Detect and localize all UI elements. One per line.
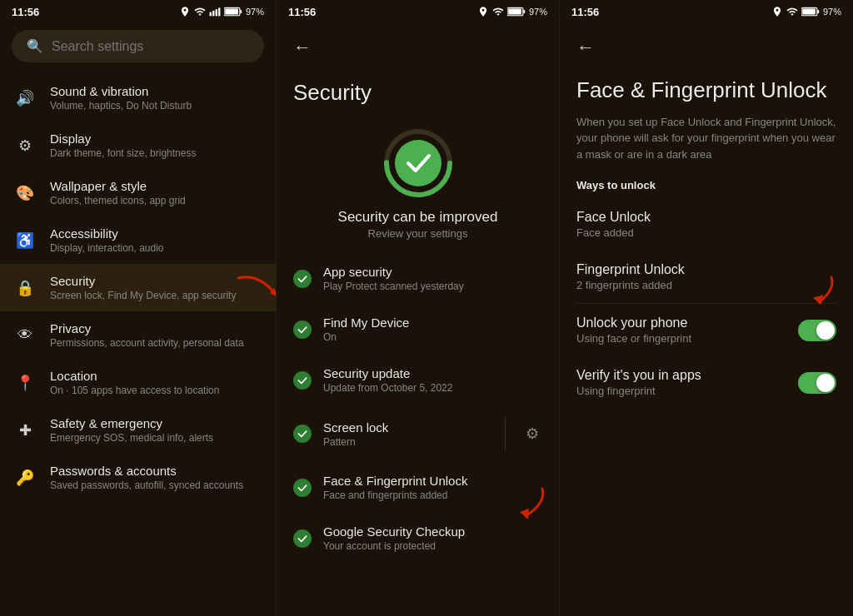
settings-item-subtitle-accessibility: Display, interaction, audio [50, 242, 262, 254]
face-unlock-item[interactable]: Face Unlock Face added [560, 198, 853, 251]
status-bar-middle: 11:56 97% [277, 0, 559, 23]
settings-item-title-sound: Sound & vibration [50, 84, 262, 98]
security-item-screen-lock[interactable]: Screen lockPattern⚙ [277, 405, 559, 462]
signal-icon [209, 6, 221, 17]
wifi-icon-r [786, 6, 798, 17]
wifi-icon [194, 6, 206, 17]
security-item-title-face-fingerprint: Face & Fingerprint Unlock [323, 474, 542, 488]
security-item-title-find-my-device: Find My Device [323, 315, 542, 330]
security-item-title-google-security: Google Security Checkup [323, 524, 542, 539]
settings-item-title-accessibility: Accessibility [50, 226, 262, 241]
settings-item-title-security: Security [50, 274, 262, 288]
check-security-update [293, 371, 312, 390]
accessibility-icon: ♿ [13, 229, 37, 252]
status-bar-right: 11:56 97% [560, 0, 853, 23]
security-item-app-security[interactable]: App securityPlay Protect scanned yesterd… [277, 253, 559, 304]
check-screen-lock [293, 425, 312, 443]
display-icon: ⚙ [13, 134, 37, 157]
check-find-my-device [293, 320, 312, 339]
security-item-subtitle-face-fingerprint: Face and fingerprints added [323, 489, 542, 501]
verify-apps-toggle-row[interactable]: Verify it's you in apps Using fingerprin… [560, 356, 853, 409]
fingerprint-unlock-item[interactable]: Fingerprint Unlock 2 fingerprints added [560, 251, 853, 303]
security-item-google-security[interactable]: Google Security CheckupYour account is p… [277, 513, 559, 564]
fingerprint-panel: 11:56 97% ← Face & Fingerprint Unlock Wh… [560, 0, 853, 616]
wifi-icon-m [492, 6, 504, 17]
location-icon-m [477, 6, 489, 17]
settings-item-sound[interactable]: 🔊Sound & vibrationVolume, haptics, Do No… [0, 74, 276, 122]
settings-item-wallpaper[interactable]: 🎨Wallpaper & styleColors, themed icons, … [0, 169, 276, 216]
settings-item-safety[interactable]: ✚Safety & emergencyEmergency SOS, medica… [0, 406, 276, 454]
security-item-subtitle-app-security: Play Protect scanned yesterday [323, 281, 542, 292]
ways-to-unlock-label: Ways to unlock [560, 172, 853, 198]
verify-apps-title: Verify it's you in apps [576, 368, 788, 383]
unlock-phone-subtitle: Using face or fingerprint [576, 332, 788, 345]
security-ring [381, 126, 456, 201]
status-icons: 97% [179, 6, 264, 17]
wallpaper-icon: 🎨 [13, 181, 37, 205]
security-item-subtitle-security-update: Update from October 5, 2022 [323, 382, 542, 394]
security-item-security-update[interactable]: Security updateUpdate from October 5, 20… [277, 355, 559, 405]
svg-rect-16 [802, 8, 816, 14]
settings-item-title-privacy: Privacy [50, 321, 262, 335]
settings-item-passwords[interactable]: 🔑Passwords & accountsSaved passwords, au… [0, 454, 276, 501]
face-unlock-title: Face Unlock [576, 210, 836, 225]
security-item-title-screen-lock: Screen lock [323, 420, 488, 435]
battery-icon-r [801, 7, 820, 17]
unlock-phone-title: Unlock your phone [576, 315, 788, 330]
search-bar[interactable]: 🔍 [12, 30, 264, 62]
settings-list: 🔊Sound & vibrationVolume, haptics, Do No… [0, 71, 276, 616]
security-list: App securityPlay Protect scanned yesterd… [277, 246, 559, 616]
location-icon-r [771, 6, 783, 17]
battery-icon [224, 7, 242, 17]
unlock-phone-toggle[interactable] [798, 320, 836, 341]
security-item-subtitle-screen-lock: Pattern [323, 436, 488, 448]
check-google-security [293, 529, 312, 548]
settings-panel: 11:56 97% 🔍 🔊Sound & vibrationVolume, ha… [0, 0, 277, 616]
safety-icon: ✚ [13, 419, 37, 442]
settings-item-subtitle-display: Dark theme, font size, brightness [50, 147, 262, 159]
status-time: 11:56 [12, 6, 39, 18]
screen-lock-gear-icon[interactable]: ⚙ [522, 421, 542, 446]
settings-item-subtitle-wallpaper: Colors, themed icons, app grid [50, 195, 262, 206]
security-title: Security [277, 67, 559, 112]
settings-item-subtitle-passwords: Saved passwords, autofill, synced accoun… [50, 479, 262, 491]
panel-header-middle: ← [277, 23, 559, 67]
location-icon [179, 6, 191, 17]
toggle-knob-2 [816, 374, 835, 392]
back-button-middle[interactable]: ← [290, 33, 315, 62]
security-item-find-my-device[interactable]: Find My DeviceOn [277, 304, 559, 355]
face-unlock-subtitle: Face added [576, 226, 836, 239]
battery-percent: 97% [246, 7, 264, 17]
battery-icon-m [507, 7, 526, 17]
settings-item-title-display: Display [50, 132, 262, 146]
settings-item-title-safety: Safety & emergency [50, 416, 262, 430]
security-item-title-app-security: App security [323, 265, 542, 279]
location-icon: 📍 [13, 371, 37, 395]
svg-marker-7 [270, 288, 276, 298]
sound-icon: 🔊 [13, 87, 37, 110]
settings-item-privacy[interactable]: 👁PrivacyPermissions, account activity, p… [0, 311, 276, 359]
back-button-right[interactable]: ← [573, 33, 598, 62]
settings-item-subtitle-sound: Volume, haptics, Do Not Disturb [50, 100, 262, 112]
settings-item-title-wallpaper: Wallpaper & style [50, 179, 262, 193]
settings-item-display[interactable]: ⚙DisplayDark theme, font size, brightnes… [0, 122, 276, 169]
svg-rect-1 [212, 11, 214, 16]
security-item-face-fingerprint[interactable]: Face & Fingerprint UnlockFace and finger… [277, 462, 559, 513]
verify-apps-toggle[interactable] [798, 372, 836, 394]
settings-item-title-passwords: Passwords & accounts [50, 464, 262, 478]
unlock-phone-toggle-row[interactable]: Unlock your phone Using face or fingerpr… [560, 304, 853, 356]
security-item-subtitle-find-my-device: On [323, 331, 542, 343]
security-item-title-security-update: Security update [323, 366, 542, 380]
svg-rect-9 [508, 8, 521, 14]
svg-rect-2 [216, 9, 217, 16]
settings-item-subtitle-safety: Emergency SOS, medical info, alerts [50, 432, 262, 444]
svg-rect-5 [225, 8, 238, 14]
passwords-icon: 🔑 [13, 466, 37, 489]
settings-item-security[interactable]: 🔒SecurityScreen lock, Find My Device, ap… [0, 264, 276, 311]
search-input[interactable] [52, 39, 249, 54]
settings-item-accessibility[interactable]: ♿AccessibilityDisplay, interaction, audi… [0, 216, 276, 264]
verify-apps-subtitle: Using fingerprint [576, 385, 788, 397]
settings-item-location[interactable]: 📍LocationOn · 105 apps have access to lo… [0, 359, 276, 406]
settings-item-subtitle-location: On · 105 apps have access to location [50, 385, 262, 396]
gear-separator [505, 417, 506, 450]
